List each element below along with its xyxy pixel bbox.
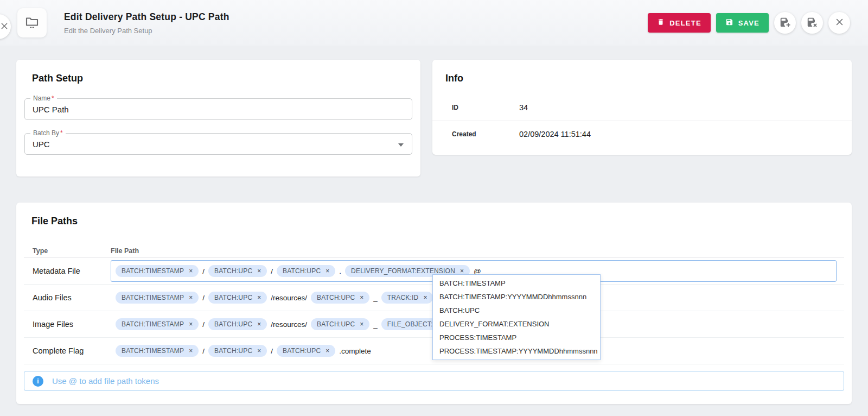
save-as-new-button[interactable]	[774, 12, 796, 34]
token-chip-label: BATCH:UPC	[317, 294, 355, 301]
close-icon	[0, 22, 9, 32]
path-separator: .	[339, 267, 341, 275]
token-chip-label: FILE_OBJECT:ID	[387, 320, 439, 328]
name-field-label: Name*	[30, 94, 57, 102]
required-asterisk: *	[60, 129, 63, 137]
token-chip-label: BATCH:UPC	[283, 267, 321, 275]
token-chip: BATCH:UPC×	[208, 265, 267, 277]
chip-remove-icon[interactable]: ×	[189, 321, 193, 327]
header-actions: DELETE SAVE	[648, 12, 850, 34]
batch-by-select[interactable]: Batch By* UPC	[24, 133, 412, 155]
chip-remove-icon[interactable]: ×	[460, 268, 464, 274]
chip-remove-icon[interactable]: ×	[360, 321, 363, 327]
file-paths-title: File Paths	[31, 216, 844, 227]
path-setup-card: Path Setup Name* UPC Path Batch By* UPC	[16, 60, 420, 177]
token-chip: BATCH:UPC×	[311, 318, 369, 330]
info-rows: ID34Created02/09/2024 11:51:44	[432, 94, 852, 147]
token-chip: BATCH:UPC×	[208, 345, 267, 357]
chip-remove-icon[interactable]: ×	[423, 294, 427, 301]
token-chip-label: DELIVERY_FORMAT:EXTENSION	[351, 267, 455, 275]
batch-by-label: Batch By*	[30, 129, 66, 137]
token-chip: BATCH:UPC×	[277, 265, 335, 277]
chip-remove-icon[interactable]: ×	[326, 268, 329, 274]
token-chip-label: TRACK:ID	[387, 294, 419, 301]
chip-remove-icon[interactable]: ×	[257, 321, 261, 327]
file-path-type: Complete Flag	[24, 346, 111, 355]
info-row-label: Created	[452, 130, 519, 138]
token-menu-item[interactable]: PROCESS:TIMESTAMP	[433, 331, 600, 344]
chip-remove-icon[interactable]: ×	[189, 294, 193, 301]
path-separator: /	[271, 347, 273, 355]
chip-remove-icon[interactable]: ×	[189, 348, 193, 354]
path-separator: _	[373, 294, 378, 302]
file-path-type: Audio Files	[24, 293, 111, 302]
token-chip: TRACK:ID×	[381, 292, 433, 304]
file-path-type: Metadata File	[24, 267, 111, 275]
path-separator: /resources/	[271, 320, 307, 329]
token-menu-item[interactable]: BATCH:UPC	[433, 304, 600, 317]
token-chip-label: BATCH:UPC	[214, 320, 252, 328]
chip-remove-icon[interactable]: ×	[189, 268, 193, 274]
token-chip: BATCH:TIMESTAMP×	[116, 345, 199, 357]
token-chip: BATCH:TIMESTAMP×	[116, 265, 199, 277]
delete-button[interactable]: DELETE	[648, 13, 710, 33]
trash-icon	[657, 18, 665, 28]
token-menu-item[interactable]: BATCH:TIMESTAMP	[433, 276, 600, 290]
token-chip: BATCH:UPC×	[208, 318, 267, 330]
chip-remove-icon[interactable]: ×	[257, 294, 261, 301]
token-chip-label: BATCH:UPC	[214, 267, 252, 275]
file-paths-table-header: Type File Path	[24, 244, 844, 257]
token-chip-label: BATCH:UPC	[283, 347, 321, 355]
token-menu: BATCH:TIMESTAMPBATCH:TIMESTAMP:YYYYMMDDh…	[432, 274, 601, 360]
token-chip-label: BATCH:UPC	[214, 294, 252, 301]
token-menu-item[interactable]: BATCH:TIMESTAMP:YYYYMMDDhhmmssnnn	[433, 290, 600, 304]
name-field-value: UPC Path	[33, 105, 69, 114]
header: Edit Delivery Path Setup - UPC Path Edit…	[0, 0, 868, 46]
close-button[interactable]	[828, 12, 850, 34]
info-row: ID34	[432, 94, 852, 121]
column-header-type: Type	[24, 247, 111, 255]
save-x-icon	[806, 16, 818, 30]
info-card: Info ID34Created02/09/2024 11:51:44	[432, 60, 852, 155]
path-separator: _	[373, 320, 378, 329]
token-hint-bar: i Use @ to add file path tokens	[24, 371, 844, 391]
chip-remove-icon[interactable]: ×	[257, 268, 261, 274]
path-separator: /resources/	[271, 294, 307, 302]
file-path-type: Image Files	[24, 320, 111, 329]
chevron-down-icon[interactable]	[398, 143, 404, 147]
page-subtitle: Edit the Delivery Path Setup	[64, 27, 229, 35]
chip-remove-icon[interactable]: ×	[360, 294, 363, 301]
info-row-value: 34	[519, 103, 528, 112]
folder-icon	[24, 14, 40, 32]
header-titles: Edit Delivery Path Setup - UPC Path Edit…	[64, 11, 229, 35]
token-chip-label: BATCH:TIMESTAMP	[122, 267, 184, 275]
column-header-file-path: File Path	[111, 247, 139, 255]
delivery-path-tile	[17, 8, 47, 37]
save-plus-icon	[779, 16, 791, 30]
token-chip-label: BATCH:TIMESTAMP	[122, 347, 184, 355]
path-separator: /	[202, 320, 205, 329]
close-icon	[835, 17, 844, 28]
token-menu-item[interactable]: PROCESS:TIMESTAMP:YYYYMMDDhhmmssnnn	[433, 344, 600, 358]
edge-close-button[interactable]	[0, 14, 11, 39]
name-field[interactable]: Name* UPC Path	[24, 98, 412, 120]
token-chip: BATCH:TIMESTAMP×	[116, 292, 199, 304]
path-setup-title: Path Setup	[32, 73, 412, 84]
save-button-label: SAVE	[738, 19, 760, 27]
save-discard-button[interactable]	[801, 12, 823, 34]
delete-button-label: DELETE	[669, 19, 701, 27]
save-icon	[725, 18, 733, 28]
token-chip: BATCH:UPC×	[311, 292, 369, 304]
chip-remove-icon[interactable]: ×	[326, 348, 329, 354]
chip-remove-icon[interactable]: ×	[257, 348, 261, 354]
page-title: Edit Delivery Path Setup - UPC Path	[64, 11, 229, 23]
path-separator: /	[202, 347, 205, 355]
save-button[interactable]: SAVE	[716, 13, 769, 33]
info-row: Created02/09/2024 11:51:44	[432, 121, 852, 147]
token-menu-item[interactable]: DELIVERY_FORMAT:EXTENSION	[433, 317, 600, 331]
token-chip-label: BATCH:UPC	[214, 347, 252, 355]
token-chip-label: BATCH:TIMESTAMP	[122, 320, 184, 328]
token-hint-text: Use @ to add file path tokens	[52, 376, 159, 386]
path-separator: /	[271, 267, 273, 275]
batch-by-value: UPC	[33, 140, 50, 149]
